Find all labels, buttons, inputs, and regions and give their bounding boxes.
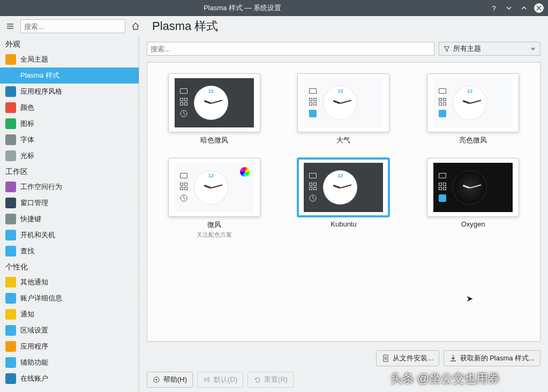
- nav-icon: [5, 150, 16, 161]
- theme-search-input[interactable]: [147, 42, 434, 56]
- theme-thumbnail: 12: [168, 73, 260, 132]
- svg-point-5: [156, 379, 157, 381]
- sidebar-item-label: 颜色: [20, 103, 34, 112]
- sidebar-item-label: 窗口管理: [20, 198, 48, 208]
- sidebar-item-label: 开机和关机: [20, 230, 55, 240]
- sidebar-item[interactable]: 光标: [0, 148, 139, 164]
- theme-grid: 12暗色微风12大气12亮色微风12微风关注配色方案12KubuntuOxyge…: [147, 62, 541, 342]
- document-icon: [382, 355, 389, 362]
- sidebar-item-label: 光标: [20, 151, 34, 161]
- sidebar-item[interactable]: 账户详细信息: [0, 290, 139, 306]
- nav-icon: [5, 246, 16, 257]
- skip-back-icon: [203, 376, 211, 383]
- sidebar-section-header: 个性化: [0, 259, 139, 274]
- sidebar-item[interactable]: 应用程序: [0, 338, 139, 355]
- filter-label: 所有主题: [453, 44, 481, 54]
- sidebar-item[interactable]: Plasma 样式: [0, 67, 139, 84]
- install-from-file-button[interactable]: 从文件安装...: [376, 350, 439, 366]
- sidebar-item-label: 字体: [20, 135, 34, 145]
- nav-icon: [5, 70, 16, 81]
- nav-icon: [5, 277, 16, 288]
- sidebar-item-label: 其他通知: [20, 277, 48, 287]
- theme-card[interactable]: 12暗色微风: [160, 73, 268, 145]
- sidebar-item[interactable]: 工作空间行为: [0, 179, 139, 195]
- home-icon[interactable]: [129, 19, 142, 33]
- sidebar-item[interactable]: 图标: [0, 116, 139, 132]
- sidebar-item[interactable]: 全局主题: [0, 51, 139, 67]
- sidebar-item[interactable]: 区域设置: [0, 322, 139, 338]
- sidebar-item[interactable]: 颜色: [0, 100, 139, 116]
- theme-name: 微风: [207, 220, 221, 230]
- chevron-down-icon: [530, 46, 536, 51]
- theme-name: Kubuntu: [331, 220, 356, 228]
- nav-icon: [5, 102, 16, 113]
- sidebar-item-label: 全局主题: [20, 55, 48, 64]
- filter-icon: [444, 46, 450, 52]
- sidebar-item-label: 辅助功能: [20, 358, 48, 367]
- theme-name: 亮色微风: [459, 135, 487, 145]
- sidebar-item-label: 在线账户: [20, 374, 48, 383]
- sidebar-section-header: 外观: [0, 36, 139, 51]
- theme-card[interactable]: 12大气: [290, 73, 398, 145]
- minimize-icon[interactable]: [504, 3, 514, 13]
- theme-thumbnail: 12: [297, 73, 389, 132]
- sidebar-item-label: 快捷键: [20, 214, 41, 224]
- sidebar-item-label: Plasma 样式: [20, 71, 59, 80]
- nav-icon: [5, 309, 16, 320]
- theme-filter-select[interactable]: 所有主题: [439, 42, 541, 56]
- sidebar-item[interactable]: 在线账户: [0, 371, 139, 387]
- close-icon[interactable]: [534, 3, 544, 13]
- theme-thumbnail: [427, 158, 519, 217]
- window-title: Plasma 样式 — 系统设置: [0, 3, 485, 13]
- theme-thumbnail: 12: [427, 73, 519, 132]
- sidebar-item-label: 应用程序风格: [20, 87, 62, 96]
- sidebar-item-label: 区域设置: [20, 326, 48, 335]
- sidebar-item[interactable]: 窗口管理: [0, 195, 139, 211]
- sidebar-search-input[interactable]: [20, 19, 125, 33]
- get-new-styles-button[interactable]: 获取新的 Plasma 样式...: [444, 350, 541, 366]
- theme-card[interactable]: 12微风关注配色方案: [160, 158, 268, 239]
- theme-card[interactable]: 12亮色微风: [419, 73, 527, 145]
- download-icon: [449, 355, 457, 362]
- defaults-button: 默认(D): [197, 372, 243, 388]
- sidebar-section-header: 工作区: [0, 164, 139, 179]
- theme-card[interactable]: Oxygen: [419, 158, 527, 239]
- nav-icon: [5, 182, 16, 192]
- sidebar-item[interactable]: 字体: [0, 132, 139, 148]
- window-titlebar: Plasma 样式 — 系统设置 ?: [0, 0, 548, 16]
- nav-icon: [5, 118, 16, 129]
- theme-subtitle: 关注配色方案: [197, 231, 232, 239]
- maximize-icon[interactable]: [519, 3, 529, 13]
- sidebar-item-label: 工作空间行为: [20, 182, 62, 192]
- theme-name: 大气: [336, 135, 350, 145]
- nav-icon: [5, 293, 16, 304]
- hamburger-icon[interactable]: [3, 19, 17, 33]
- gear-icon: [153, 376, 160, 383]
- help-button[interactable]: 帮助(H): [147, 372, 193, 388]
- sidebar-item[interactable]: 查找: [0, 243, 139, 259]
- theme-thumbnail: 12: [168, 158, 260, 217]
- sidebar-item[interactable]: 快捷键: [0, 211, 139, 227]
- theme-thumbnail: 12: [297, 158, 389, 217]
- nav-icon: [5, 214, 16, 224]
- top-toolbar: Plasma 样式: [0, 16, 548, 36]
- sidebar-item[interactable]: 通知: [0, 306, 139, 322]
- help-icon[interactable]: ?: [489, 3, 499, 13]
- sidebar-item-label: 图标: [20, 119, 34, 129]
- nav-icon: [5, 86, 16, 97]
- nav-icon: [5, 341, 16, 352]
- sidebar-item-label: 查找: [20, 246, 34, 256]
- theme-name: Oxygen: [461, 220, 485, 228]
- nav-icon: [5, 357, 16, 368]
- sidebar-item[interactable]: 其他通知: [0, 274, 139, 290]
- sidebar-item[interactable]: 开机和关机: [0, 227, 139, 243]
- sidebar: 外观全局主题Plasma 样式应用程序风格颜色图标字体光标工作区工作空间行为窗口…: [0, 36, 139, 392]
- reset-button: 重置(R): [247, 372, 294, 388]
- nav-icon: [5, 54, 16, 65]
- sidebar-item-label: 通知: [20, 310, 34, 319]
- content-area: 所有主题 12暗色微风12大气12亮色微风12微风关注配色方案12Kubuntu…: [139, 36, 548, 392]
- sidebar-item[interactable]: 应用程序风格: [0, 84, 139, 100]
- nav-icon: [5, 134, 16, 145]
- sidebar-item[interactable]: 辅助功能: [0, 355, 139, 371]
- theme-card[interactable]: 12Kubuntu: [290, 158, 398, 239]
